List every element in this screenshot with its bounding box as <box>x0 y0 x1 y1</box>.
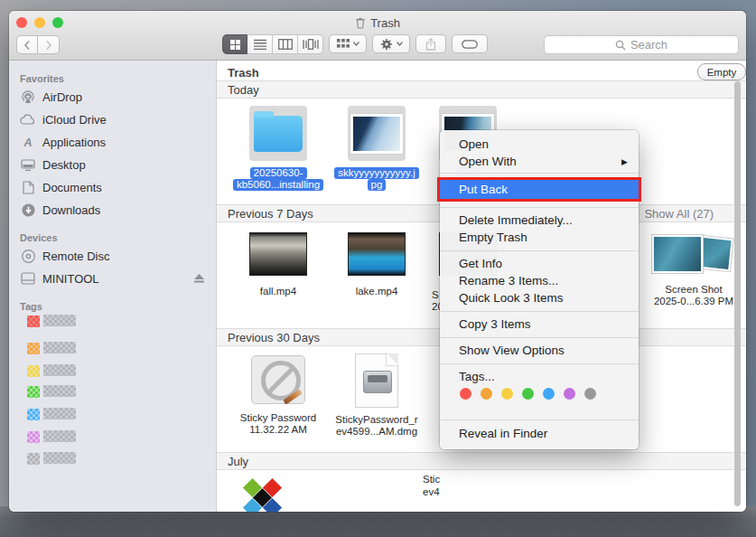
file-label: Screen Shot 2025-0...6.39 PM <box>635 284 746 307</box>
sidebar-item-applications[interactable]: A Applications <box>20 131 210 153</box>
sidebar-item-label: AirDrop <box>42 90 82 104</box>
menu-item-rename[interactable]: Rename 3 Items... <box>440 272 639 289</box>
menu-item-delete-immediately[interactable]: Delete Immediately... <box>440 212 639 229</box>
redacted-tag-label <box>43 342 76 353</box>
sidebar-item-label: Applications <box>42 136 106 149</box>
file-label: StickyPassword_r ev4599...AM.dmg <box>318 414 435 438</box>
action-menu-button[interactable] <box>372 34 410 53</box>
menu-item-get-info[interactable]: Get Info <box>440 255 639 272</box>
file-label: lake.mp4 <box>318 286 435 297</box>
context-menu: Open Open With ▶ Put Back Delete Immedia… <box>440 130 639 449</box>
cloud-icon <box>20 114 36 125</box>
tag-purple-dot[interactable] <box>564 388 575 400</box>
sidebar-item-remote-disc[interactable]: Remote Disc <box>20 245 210 267</box>
chevron-right-icon <box>45 40 52 51</box>
share-button[interactable] <box>415 34 446 53</box>
scrollbar[interactable] <box>734 81 741 506</box>
redacted-tag-label <box>43 364 76 376</box>
menu-item-open-with[interactable]: Open With ▶ <box>440 153 639 170</box>
back-button[interactable] <box>16 35 38 54</box>
empty-trash-button[interactable]: Empty <box>697 63 746 80</box>
redacted-tag-label <box>43 430 76 442</box>
show-all-link[interactable]: Show All (27) <box>644 207 714 221</box>
menu-item-quick-look[interactable]: Quick Look 3 Items <box>440 289 639 306</box>
redacted-tag-label <box>43 385 76 397</box>
document-icon <box>20 181 36 194</box>
chevron-down-icon <box>353 42 359 46</box>
tag-yellow-dot[interactable] <box>501 388 513 400</box>
screenshot-stack-thumbnails <box>650 233 737 278</box>
tag-icon <box>462 40 478 49</box>
view-columns-button[interactable] <box>273 34 298 54</box>
sidebar-tag-orange[interactable] <box>27 342 76 358</box>
forward-button[interactable] <box>38 35 60 54</box>
file-item-screenshot-stack[interactable]: Screen Shot 2025-0...6.39 PM <box>635 233 746 307</box>
list-view-icon <box>254 39 266 50</box>
tag-color-swatch <box>27 431 40 443</box>
tag-color-swatch <box>27 409 40 420</box>
view-icons-button[interactable] <box>222 34 247 54</box>
favorites-header: Favorites <box>20 73 64 84</box>
tag-color-swatch <box>27 365 40 377</box>
gear-icon <box>380 38 393 51</box>
menu-item-tags[interactable]: Tags... <box>440 368 639 385</box>
group-by-button[interactable] <box>329 34 367 53</box>
trash-icon <box>355 16 366 29</box>
sidebar-item-label: Documents <box>42 181 102 194</box>
sidebar-tag-yellow[interactable] <box>27 364 76 381</box>
menu-item-open[interactable]: Open <box>440 136 639 153</box>
tag-red-dot[interactable] <box>460 388 471 400</box>
sidebar-item-documents[interactable]: Documents <box>20 176 210 198</box>
redacted-tag-label <box>43 315 76 326</box>
sidebar-item-label: Downloads <box>42 203 100 217</box>
tag-orange-dot[interactable] <box>481 388 492 400</box>
tag-gray-dot[interactable] <box>584 388 596 400</box>
sidebar-item-downloads[interactable]: Downloads <box>20 199 210 221</box>
window-title-group: Trash <box>9 14 746 32</box>
eject-icon[interactable] <box>194 274 204 283</box>
group-icon <box>337 39 350 49</box>
menu-item-empty-trash[interactable]: Empty Trash <box>440 229 639 246</box>
sidebar-item-icloud-drive[interactable]: iCloud Drive <box>20 108 210 130</box>
sidebar-tag-green[interactable] <box>27 385 76 401</box>
window-title: Trash <box>370 16 400 30</box>
menu-item-copy[interactable]: Copy 3 Items <box>440 316 639 333</box>
sidebar-item-desktop[interactable]: Desktop <box>20 154 210 175</box>
sidebar-item-airdrop[interactable]: AirDrop <box>20 86 210 108</box>
menu-item-reveal-in-finder[interactable]: Reveal in Finder <box>440 425 639 442</box>
tag-green-dot[interactable] <box>522 388 534 400</box>
search-icon <box>615 40 626 51</box>
redacted-tag-label <box>43 408 76 419</box>
columns-view-icon <box>278 39 293 50</box>
menu-item-put-back[interactable]: Put Back <box>440 180 639 199</box>
search-input[interactable]: Search <box>544 35 739 54</box>
tags-header: Tags <box>20 301 42 312</box>
edit-tags-button[interactable] <box>452 34 488 53</box>
sidebar-item-minitool[interactable]: MINITOOL <box>20 268 210 289</box>
video-thumbnail <box>250 233 306 275</box>
tag-color-swatch <box>27 453 40 465</box>
share-icon <box>425 38 436 51</box>
desktop-icon <box>20 159 36 171</box>
file-label: Stic ev4 <box>423 473 440 498</box>
sidebar-tag-gray[interactable] <box>27 452 76 468</box>
view-list-button[interactable] <box>247 34 273 54</box>
menu-tag-colors <box>460 388 596 400</box>
sidebar: Favorites AirDrop iCloud Drive A Applica… <box>9 61 217 512</box>
selection-highlight <box>348 106 406 161</box>
sidebar-tag-blue[interactable] <box>27 408 76 424</box>
airdrop-icon <box>20 90 36 104</box>
downloads-icon <box>20 203 36 217</box>
image-thumbnail <box>350 114 403 154</box>
sidebar-item-label: Remote Disc <box>42 250 109 263</box>
tag-color-swatch <box>27 316 40 327</box>
tag-blue-dot[interactable] <box>543 388 555 400</box>
file-item-logo[interactable] <box>242 479 285 512</box>
selection-highlight <box>249 106 307 161</box>
chevron-down-icon <box>397 42 403 46</box>
view-coverflow-button[interactable] <box>298 34 323 54</box>
search-placeholder: Search <box>630 38 667 52</box>
sidebar-tag-red[interactable] <box>27 315 76 331</box>
sidebar-tag-purple[interactable] <box>27 430 76 447</box>
menu-item-show-view-options[interactable]: Show View Options <box>440 342 639 359</box>
